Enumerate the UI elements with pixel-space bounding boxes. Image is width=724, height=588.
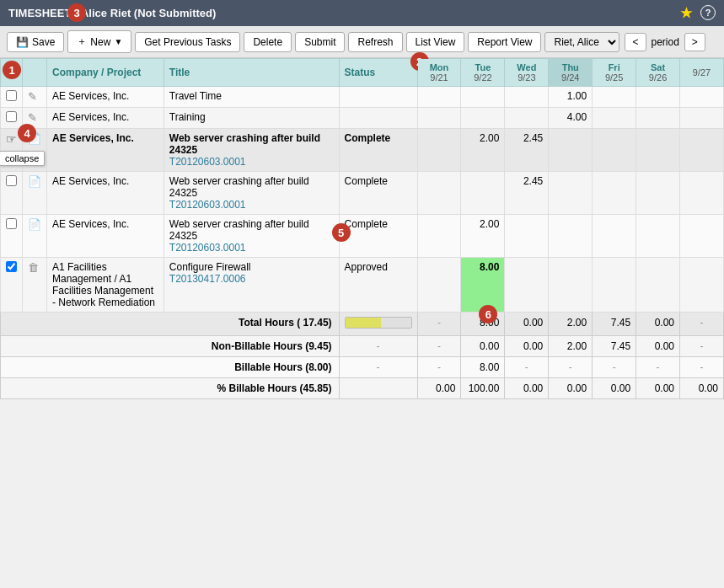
row2-sat xyxy=(636,108,680,129)
row4-sat xyxy=(636,172,680,215)
row3-company: AE Services, Inc. xyxy=(47,129,164,172)
row5-doc-icon[interactable]: 📄 xyxy=(28,218,41,231)
table-row: 🗑 A1 Facilities Management / A1 Faciliti… xyxy=(1,258,724,313)
row1-checkbox[interactable] xyxy=(6,90,17,101)
bill-fri: - xyxy=(593,357,636,378)
row1-edit-icon[interactable]: ✎ xyxy=(28,90,37,103)
row5-status: Complete xyxy=(339,215,417,258)
row6-status: Approved xyxy=(339,258,417,313)
timesheet-table: 1 Company / Project Title Status 2 Mon 9… xyxy=(0,58,724,399)
bill-wed: - xyxy=(505,357,549,378)
pct-sun: 0.00 xyxy=(680,378,724,399)
row5-wed xyxy=(505,215,549,258)
total-progress-cell xyxy=(339,313,417,336)
header-wed: Wed 9/23 xyxy=(505,59,549,87)
total-mon: - xyxy=(417,313,461,336)
new-button[interactable]: ＋ New ▼ xyxy=(67,30,131,53)
non-bill-sat: 0.00 xyxy=(636,336,680,357)
table-row: ✎ AE Services, Inc. Travel Time 1.00 xyxy=(1,87,724,108)
bill-sat: - xyxy=(636,357,680,378)
header-company: Company / Project xyxy=(47,59,164,87)
total-wed: 0.00 xyxy=(505,313,549,336)
row1-title: Travel Time xyxy=(164,87,339,108)
bill-sun: - xyxy=(680,357,724,378)
star-icon[interactable]: ★ xyxy=(680,5,692,21)
non-bill-mon: - xyxy=(417,336,461,357)
row4-checkbox-cell xyxy=(1,172,23,215)
row5-thu xyxy=(549,215,593,258)
row5-edit-cell: 📄 xyxy=(23,215,47,258)
row6-task-link[interactable]: T20130417.0006 xyxy=(169,273,246,285)
pct-fri: 0.00 xyxy=(593,378,636,399)
row5-title: Web server crashing after build 24325 T2… xyxy=(164,215,339,258)
row6-mon xyxy=(417,258,461,313)
billable-label: Billable Hours (8.00) xyxy=(1,357,340,378)
row2-status xyxy=(339,108,417,129)
row1-company: AE Services, Inc. xyxy=(47,87,164,108)
row5-checkbox[interactable] xyxy=(6,218,17,229)
row6-sun xyxy=(680,258,724,313)
table-row: 📄 AE Services, Inc. Web server crashing … xyxy=(1,215,724,258)
row3-wed: 2.45 xyxy=(505,129,549,172)
title-bar: TIMESHEET - Alice Riet (Not Submitted) ★… xyxy=(0,0,724,26)
row6-title: Configure Firewall T20130417.0006 xyxy=(164,258,339,313)
submit-button[interactable]: Submit xyxy=(295,32,345,52)
help-icon[interactable]: ? xyxy=(700,5,716,20)
row4-tue xyxy=(461,172,505,215)
row4-doc-icon[interactable]: 📄 xyxy=(28,175,41,188)
get-previous-tasks-button[interactable]: Get Previous Tasks xyxy=(135,32,240,52)
row5-sun xyxy=(680,215,724,258)
row2-edit-icon[interactable]: ✎ xyxy=(28,111,37,124)
row5-sat xyxy=(636,215,680,258)
row1-mon xyxy=(417,87,461,108)
row1-tue xyxy=(461,87,505,108)
step-5-circle: 5 xyxy=(332,223,351,242)
bill-progress: - xyxy=(339,357,417,378)
row5-checkbox-cell xyxy=(1,215,23,258)
row2-checkbox[interactable] xyxy=(6,111,17,122)
row5-task-link[interactable]: T20120603.0001 xyxy=(169,242,246,254)
total-fri: 7.45 xyxy=(593,313,636,336)
row3-task-link[interactable]: T20120603.0001 xyxy=(169,156,246,168)
row6-checkbox[interactable] xyxy=(6,261,17,272)
progress-bar xyxy=(345,317,412,329)
pct-mon: 0.00 xyxy=(417,378,461,399)
non-bill-progress: - xyxy=(339,336,417,357)
delete-button[interactable]: Delete xyxy=(244,32,292,52)
row4-status: Complete xyxy=(339,172,417,215)
period-label: period xyxy=(652,36,679,48)
table-row bold-row: ☞ collapse 4 📄 AE Services, Inc. Web ser… xyxy=(1,129,724,172)
refresh-button[interactable]: Refresh xyxy=(348,32,402,52)
row4-task-link[interactable]: T20120603.0001 xyxy=(169,199,246,211)
save-button[interactable]: 💾 Save xyxy=(7,32,64,52)
non-bill-wed: 0.00 xyxy=(505,336,549,357)
row3-fri xyxy=(593,129,636,172)
collapse-cursor-icon[interactable]: ☞ xyxy=(6,132,17,146)
non-billable-label: Non-Billable Hours (9.45) xyxy=(1,336,340,357)
header-mon: Mon 9/21 xyxy=(417,59,461,87)
row1-wed xyxy=(505,87,549,108)
new-dropdown-arrow[interactable]: ▼ xyxy=(114,37,122,46)
total-hours-row: Total Hours ( 17.45) - 8.00 0.00 2.00 7.… xyxy=(1,313,724,336)
period-nav: Riet, Alice < period > xyxy=(544,32,705,52)
row4-checkbox[interactable] xyxy=(6,175,17,186)
total-sat: 0.00 xyxy=(636,313,680,336)
step-1-circle: 1 xyxy=(3,61,21,79)
row3-sun xyxy=(680,129,724,172)
collapse-box[interactable]: collapse xyxy=(0,151,45,166)
report-view-button[interactable]: Report View xyxy=(468,32,541,52)
next-period-button[interactable]: > xyxy=(684,33,705,51)
header-thu: Thu 9/24 xyxy=(549,59,593,87)
title-text: TIMESHEET - Alice Riet (Not Submitted) xyxy=(8,7,216,19)
list-view-button[interactable]: List View xyxy=(406,32,465,52)
row6-sat xyxy=(636,258,680,313)
toolbar: 💾 Save ＋ New ▼ Get Previous Tasks Delete… xyxy=(0,26,724,58)
row4-thu xyxy=(549,172,593,215)
row6-trash-icon[interactable]: 🗑 xyxy=(28,261,39,274)
pct-billable-row: % Billable Hours (45.85) 0.00 100.00 0.0… xyxy=(1,378,724,399)
user-dropdown[interactable]: Riet, Alice xyxy=(544,32,619,52)
row3-tue: 2.00 xyxy=(461,129,505,172)
prev-period-button[interactable]: < xyxy=(625,33,646,51)
row3-status: Complete xyxy=(339,129,417,172)
progress-bar-fill xyxy=(346,318,382,328)
